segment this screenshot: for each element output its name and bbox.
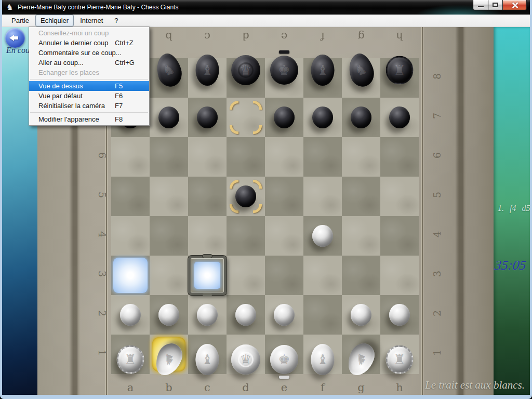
square-e3[interactable] [265,256,303,295]
square-h3[interactable] [380,256,419,295]
menu-item[interactable]: Modifier l'apparenceF8 [29,114,149,124]
coord-label-h: h [380,381,419,394]
menubar-item-aide[interactable]: ? [109,15,123,26]
coord-label-b: b [150,381,188,394]
piece-white-rook-a1[interactable] [117,345,144,374]
square-g4[interactable] [342,216,380,256]
menu-item[interactable]: Réinitialiser la caméraF7 [29,101,149,111]
piece-black-pawn-h7[interactable] [389,107,410,128]
context-menu: Conseillez-moi un coupAnnuler le dernier… [29,26,150,126]
square-b4[interactable] [150,216,188,256]
piece-black-bishop-c8[interactable] [196,55,219,86]
square-d4[interactable] [227,216,265,256]
back-button[interactable] [5,28,25,48]
coord-label-5: 5 [97,189,108,201]
coord-label-a: a [111,381,150,394]
piece-black-pawn-g7[interactable] [351,107,371,128]
piece-white-pawn-e2[interactable] [274,304,295,326]
piece-white-pawn-c2[interactable] [197,304,218,326]
maximize-button[interactable] [488,0,503,10]
menu-item[interactable]: Annuler le dernier coupCtrl+Z [29,38,149,48]
square-f3[interactable] [303,256,342,295]
square-f2[interactable] [303,295,342,335]
square-f6[interactable] [303,137,342,177]
square-e4[interactable] [265,216,303,256]
marker-corner-br [253,125,262,134]
coord-label-h: h [380,30,419,43]
piece-white-pawn-d2[interactable] [235,304,256,326]
piece-white-pawn-a2[interactable] [120,304,141,326]
piece-white-bishop-c1[interactable] [196,344,219,375]
piece-white-queen-d1[interactable] [231,344,260,375]
turn-status-message: Le trait est aux blancs. [425,379,525,392]
square-f5[interactable] [303,177,342,216]
marker-corner-tl [230,180,238,189]
menubar-item-internet[interactable]: Internet [75,15,108,26]
piece-black-king-e8[interactable] [270,56,298,85]
square-d3[interactable] [227,256,265,295]
piece-white-pawn-g2[interactable] [351,304,371,326]
coord-label-f: f [303,381,342,394]
maximize-icon [493,3,498,7]
menubar-item-echiquier[interactable]: Echiquier [35,15,74,26]
menu-item[interactable]: Aller au coup...Ctrl+G [29,58,149,68]
square-g5[interactable] [342,177,380,216]
menu-item[interactable]: Vue de dessusF5 [29,81,149,91]
piece-white-pawn-b2[interactable] [158,304,179,326]
piece-black-queen-d8[interactable] [231,55,260,85]
menu-item[interactable]: Vue par défautF6 [29,91,149,101]
square-g6[interactable] [342,137,380,177]
piece-white-bishop-f1[interactable] [311,344,335,375]
right-panel: 1. f4 d5 35:05 [494,27,530,395]
square-a5[interactable] [111,177,150,216]
square-h6[interactable] [380,137,419,177]
coord-label-c: c [188,30,227,43]
app-window: ♞ Pierre-Marie Baty contre Pierre-Marie … [0,0,532,399]
close-button[interactable] [503,0,527,10]
square-b3[interactable] [150,256,188,295]
square-b5[interactable] [150,177,188,216]
move-history: 1. f4 d5 [498,204,530,213]
piece-black-rook-h8[interactable] [386,56,414,85]
piece-white-king-e1[interactable] [270,345,298,374]
menubar-item-partie[interactable]: Partie [6,15,34,26]
coord-label-2: 2 [97,308,108,319]
menu-bar: PartieEchiquierInternet? [2,15,530,27]
title-bar: ♞ Pierre-Marie Baty contre Pierre-Marie … [2,0,530,15]
piece-black-pawn-f7[interactable] [312,107,333,128]
coord-label-8: 8 [431,71,443,82]
square-a6[interactable] [111,137,150,177]
back-arrow-icon [9,35,14,41]
piece-black-pawn-b7[interactable] [158,107,179,128]
coord-label-d: d [227,30,265,43]
square-c4[interactable] [188,216,227,256]
piece-black-bishop-f8[interactable] [311,55,335,86]
marker-corner-bl [230,125,238,134]
app-icon: ♞ [6,3,13,12]
minimize-button[interactable] [473,0,488,10]
menu-item-shortcut: F8 [115,114,123,124]
square-b6[interactable] [150,137,188,177]
highlight-move-target-a3[interactable] [111,256,150,295]
piece-black-pawn-e7[interactable] [274,107,295,128]
square-a4[interactable] [111,216,150,256]
square-h4[interactable] [380,216,419,256]
menu-item[interactable]: Commentaire sur ce coup... [29,48,149,58]
highlight-move-target-framed-c3[interactable] [188,256,227,295]
square-h5[interactable] [380,177,419,216]
piece-white-rook-h1[interactable] [386,345,414,374]
coord-label-4: 4 [431,229,443,240]
square-g3[interactable] [342,256,380,295]
piece-black-pawn-c7[interactable] [197,107,218,128]
window-title: Pierre-Marie Baty contre Pierre-Marie Ba… [18,4,178,11]
coord-label-1: 1 [431,347,443,358]
last-move-marker-d7 [227,98,265,137]
square-c6[interactable] [188,137,227,177]
piece-white-pawn-h2[interactable] [389,304,410,326]
square-c5[interactable] [188,177,227,216]
square-e5[interactable] [265,177,303,216]
piece-white-pawn-f4[interactable] [312,225,333,247]
square-d6[interactable] [227,137,265,177]
square-e6[interactable] [265,137,303,177]
piece-black-pawn-d5[interactable] [235,185,256,207]
